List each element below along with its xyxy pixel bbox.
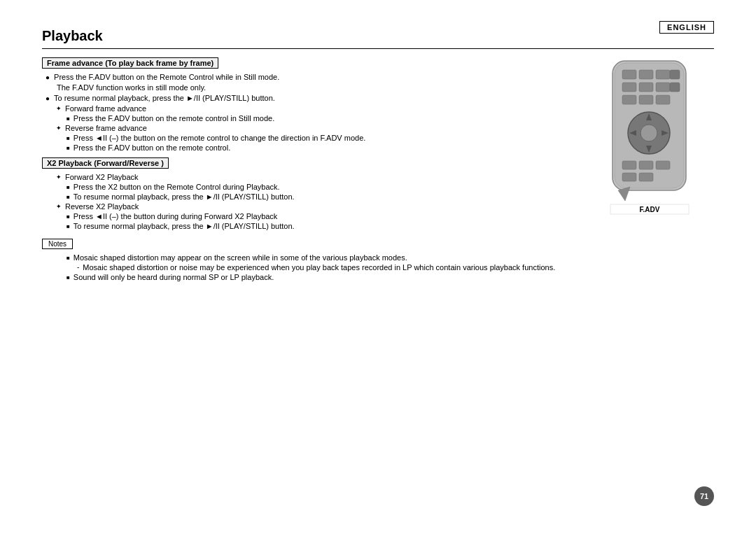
svg-rect-19 (622, 161, 636, 169)
item-text: Reverse X2 Playback (65, 202, 139, 211)
page-container: ENGLISH Playback Frame advance (To play … (0, 0, 756, 534)
svg-rect-22 (622, 173, 636, 181)
list-item: Press ◄II (–) the button during during F… (66, 212, 578, 220)
svg-rect-11 (639, 95, 653, 104)
item-text: To resume normal playback, press the ►/I… (74, 192, 295, 201)
item-text: Sound will only be heard during normal S… (74, 273, 274, 281)
svg-rect-20 (639, 161, 653, 169)
list-item: Mosaic shaped distortion may appear on t… (66, 253, 578, 262)
svg-rect-4 (656, 70, 670, 79)
image-column: F.ADV (592, 57, 714, 283)
item-text: To resume normal playback, press the ►/I… (74, 222, 295, 230)
svg-rect-6 (622, 83, 636, 92)
x2-playback-header: X2 Playback (Forward/Reverse ) (42, 157, 169, 169)
frame-advance-section: Frame advance (To play back frame by fra… (42, 57, 578, 152)
svg-rect-10 (622, 95, 636, 104)
item-text: Mosaic shaped distortion may appear on t… (74, 253, 407, 262)
item-text: To resume normal playback, press the ►/I… (54, 94, 275, 102)
item-text: Press the F.ADV button on the remote con… (74, 114, 274, 122)
item-text: Forward X2 Playback (65, 173, 139, 181)
list-item: Press the F.ADV button on the remote con… (66, 114, 578, 122)
item-text: Press ◄II (–) the button on the remote c… (74, 134, 366, 142)
text-column: Frame advance (To play back frame by fra… (42, 57, 578, 283)
svg-rect-3 (639, 70, 653, 79)
page-title: Playback (42, 28, 714, 44)
list-item: To resume normal playback, press the ►/I… (46, 94, 578, 102)
item-text: Reverse frame advance (65, 124, 147, 132)
item-text: Forward frame advance (65, 104, 146, 113)
svg-rect-12 (656, 95, 670, 104)
svg-point-14 (640, 125, 657, 141)
svg-rect-2 (622, 70, 636, 79)
title-rule (42, 48, 714, 49)
item-text: Press ◄II (–) the button during during F… (74, 212, 278, 220)
svg-rect-21 (656, 161, 670, 169)
list-item: Press ◄II (–) the button on the remote c… (66, 134, 578, 142)
list-item: Forward frame advance (56, 104, 578, 113)
svg-rect-5 (670, 70, 680, 79)
x2-playback-section: X2 Playback (Forward/Reverse ) Forward X… (42, 157, 578, 230)
svg-rect-23 (639, 173, 653, 181)
list-item: Press the F.ADV button on the remote con… (66, 143, 578, 152)
list-item: Press the F.ADV button on the Remote Con… (46, 73, 578, 81)
list-item: Mosaic shaped distortion or noise may be… (77, 263, 578, 272)
list-item: To resume normal playback, press the ►/I… (66, 222, 578, 230)
list-item: Reverse X2 Playback (56, 202, 578, 211)
list-item: Reverse frame advance (56, 124, 578, 132)
list-item: Forward X2 Playback (56, 173, 578, 181)
item-text: Press the X2 button on the Remote Contro… (74, 183, 280, 191)
list-item: The F.ADV function works in still mode o… (57, 83, 578, 92)
item-text: Mosaic shaped distortion or noise may be… (83, 263, 555, 272)
page-number: 71 (694, 486, 714, 506)
svg-text:F.ADV: F.ADV (640, 206, 660, 213)
main-content: Frame advance (To play back frame by fra… (42, 57, 714, 283)
item-text: Press the F.ADV button on the Remote Con… (54, 73, 279, 81)
list-item: To resume normal playback, press the ►/I… (66, 192, 578, 201)
frame-advance-header: Frame advance (To play back frame by fra… (42, 57, 218, 69)
list-item: Sound will only be heard during normal S… (66, 273, 578, 281)
remote-control-image: F.ADV (592, 57, 707, 215)
english-badge: ENGLISH (659, 21, 714, 34)
item-text: Press the F.ADV button on the remote con… (74, 143, 230, 152)
notes-label: Notes (42, 239, 73, 249)
list-item: Press the X2 button on the Remote Contro… (66, 183, 578, 191)
notes-section: Notes Mosaic shaped distortion may appea… (42, 239, 578, 281)
item-text: The F.ADV function works in still mode o… (57, 83, 206, 92)
svg-rect-8 (656, 83, 670, 92)
remote-container: F.ADV (592, 57, 714, 216)
svg-rect-7 (639, 83, 653, 92)
svg-rect-9 (670, 83, 680, 92)
